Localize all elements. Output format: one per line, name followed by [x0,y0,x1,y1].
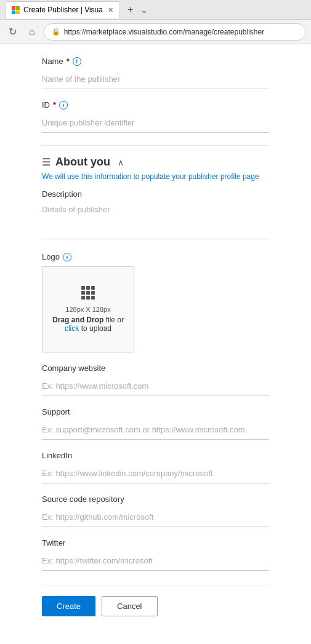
logo-dnd-text: Drag and Drop file or click to upload [52,316,124,333]
id-label: ID * i [42,100,269,109]
new-tab-button[interactable]: + [124,3,137,17]
id-info-icon[interactable]: i [59,101,68,109]
lock-icon: 🔒 [52,28,60,36]
description-field-group: Description [42,189,269,241]
twitter-label: Twitter [42,538,269,547]
description-label: Description [42,189,269,199]
company-website-field-group: Company website [42,364,269,396]
logo-field-group: Logo i 128px X 128px Drag and Drop file … [42,252,269,352]
company-website-input[interactable] [42,376,269,396]
id-field-group: ID * i [42,100,269,133]
tab-close-button[interactable]: ✕ [108,6,113,14]
logo-size-text: 128px X 128px [65,306,110,313]
linkedin-input[interactable] [42,464,269,483]
browser-toolbar: ↻ ⌂ 🔒 https://marketplace.visualstudio.c… [0,20,311,44]
twitter-input[interactable] [42,551,269,571]
logo-info-icon[interactable]: i [63,253,71,261]
browser-tab[interactable]: Create Publisher | Visua ✕ [5,1,120,18]
section-divider [42,145,269,146]
address-text: https://marketplace.visualstudio.com/man… [64,28,265,36]
id-input[interactable] [42,113,269,133]
tab-chevron-icon: ⌄ [140,5,148,15]
twitter-field-group: Twitter [42,538,269,571]
button-row: Create Cancel [42,586,269,616]
tab-favicon [12,6,20,14]
about-section-title: About you [55,156,110,169]
refresh-button[interactable]: ↻ [5,23,20,40]
support-field-group: Support [42,407,269,440]
logo-upload-area[interactable]: 128px X 128px Drag and Drop file or clic… [42,266,134,352]
about-section-icon: ☰ [42,156,50,168]
logo-click-link[interactable]: click [65,324,81,333]
linkedin-label: LinkedIn [42,451,269,460]
name-label: Name * i [42,57,269,66]
support-input[interactable] [42,420,269,440]
id-required-star: * [53,100,56,109]
home-button[interactable]: ⌂ [25,24,39,40]
support-label: Support [42,407,269,416]
browser-titlebar: Create Publisher | Visua ✕ + ⌄ [0,0,311,20]
create-button[interactable]: Create [42,596,95,616]
source-code-label: Source code repository [42,495,269,504]
name-required-star: * [67,57,70,66]
about-chevron-icon[interactable]: ∧ [118,157,124,167]
source-code-input[interactable] [42,507,269,527]
logo-grid-icon [81,286,95,300]
about-subtitle: We will use this information to populate… [42,172,269,181]
about-section-header: ☰ About you ∧ [42,156,269,169]
cancel-button[interactable]: Cancel [102,596,157,616]
description-input[interactable] [42,202,269,239]
tab-title: Create Publisher | Visua [23,6,103,14]
source-code-field-group: Source code repository [42,495,269,527]
name-input[interactable] [42,70,269,89]
name-info-icon[interactable]: i [73,57,81,66]
logo-label: Logo i [42,252,269,261]
company-website-label: Company website [42,364,269,373]
address-bar[interactable]: 🔒 https://marketplace.visualstudio.com/m… [44,23,306,41]
linkedin-field-group: LinkedIn [42,451,269,483]
page-content: Name * i ID * i ☰ About you ∧ We will us… [0,44,311,644]
name-field-group: Name * i [42,57,269,89]
